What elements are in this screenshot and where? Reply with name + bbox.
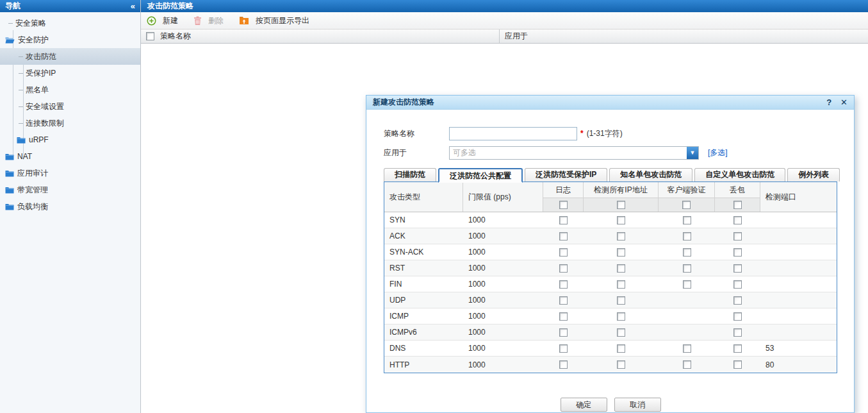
- tree-dash: [19, 90, 23, 90]
- detect-all-ip-checkbox[interactable]: [617, 344, 625, 353]
- drop-checkbox[interactable]: [733, 280, 742, 289]
- sidebar-item-security-protect[interactable]: 安全防护: [0, 31, 140, 48]
- log-header-checkbox-cell: [543, 198, 583, 212]
- client-verify-checkbox[interactable]: [683, 344, 691, 353]
- dialog-titlebar: 新建攻击防范策略 ? ✕: [366, 96, 854, 110]
- page-title-bar: 攻击防范策略: [141, 0, 868, 12]
- sidebar-item-protected-ip[interactable]: 受保护IP: [0, 65, 140, 81]
- detect-all-ip-checkbox[interactable]: [617, 248, 625, 257]
- log-cell: [543, 244, 584, 260]
- tab-custom-single-packet[interactable]: 自定义单包攻击防范: [694, 168, 785, 181]
- tab-exception-list[interactable]: 例外列表: [787, 168, 840, 181]
- detect-all-ip-cell: [584, 244, 659, 260]
- detect-all-ip-cell: [584, 228, 659, 244]
- log-checkbox[interactable]: [559, 344, 568, 353]
- attack-row-icmp: ICMP1000: [384, 308, 837, 324]
- client-verify-checkbox[interactable]: [683, 232, 691, 240]
- threshold-cell: 1000: [463, 324, 543, 340]
- sidebar-item-security-policy[interactable]: 安全策略: [0, 15, 140, 31]
- detect-all-ip-checkbox[interactable]: [617, 264, 625, 273]
- detect-all-ip-checkbox[interactable]: [617, 360, 625, 369]
- sidebar-item-nat[interactable]: NAT: [0, 148, 140, 165]
- detect-all-ip-header-checkbox[interactable]: [617, 201, 625, 209]
- select-all-checkbox[interactable]: [146, 32, 154, 40]
- detect-port-header-label: 检测端口: [766, 192, 796, 203]
- sidebar-item-bandwidth-mgmt[interactable]: 带宽管理: [0, 181, 140, 198]
- applied-to-select[interactable]: 可多选 ▼: [449, 146, 699, 160]
- sidebar-item-security-zone[interactable]: 安全域设置: [0, 98, 140, 115]
- log-checkbox[interactable]: [559, 296, 568, 305]
- policy-name-column-header: 策略名称: [141, 30, 500, 43]
- sidebar-item-app-audit[interactable]: 应用审计: [0, 165, 140, 181]
- sidebar-item-blacklist[interactable]: 黑名单: [0, 81, 140, 98]
- log-checkbox[interactable]: [559, 216, 568, 224]
- log-checkbox[interactable]: [559, 360, 568, 369]
- ok-button[interactable]: 确定: [561, 398, 607, 412]
- tab-scan-defense[interactable]: 扫描防范: [384, 168, 436, 181]
- multi-select-link[interactable]: [多选]: [708, 148, 728, 158]
- delete-button[interactable]: 删除: [193, 15, 224, 26]
- detect-port-cell: 53: [760, 341, 837, 356]
- help-icon[interactable]: ?: [826, 97, 831, 107]
- drop-checkbox[interactable]: [733, 216, 742, 224]
- detect-all-ip-checkbox[interactable]: [617, 232, 625, 240]
- log-checkbox[interactable]: [559, 312, 568, 321]
- detect-all-ip-checkbox[interactable]: [617, 216, 625, 224]
- export-button[interactable]: 按页面显示导出: [239, 15, 309, 26]
- sidebar-item-label: 应用审计: [17, 168, 48, 179]
- threshold-cell: 1000: [463, 228, 543, 244]
- drop-checkbox[interactable]: [733, 312, 742, 321]
- sidebar-item-urpf[interactable]: uRPF: [0, 131, 140, 148]
- drop-header-checkbox[interactable]: [733, 201, 742, 209]
- sidebar-item-label: 攻击防范: [26, 51, 56, 62]
- drop-checkbox[interactable]: [733, 264, 742, 273]
- applied-to-label: 应用于: [384, 148, 449, 158]
- detect-all-ip-checkbox[interactable]: [617, 312, 625, 321]
- log-checkbox[interactable]: [559, 264, 568, 273]
- attack-type-cell: HTTP: [384, 357, 463, 373]
- detect-port-header: 检测端口: [760, 182, 837, 212]
- detect-all-ip-checkbox[interactable]: [617, 296, 625, 305]
- client-verify-checkbox[interactable]: [683, 216, 691, 224]
- sidebar-item-attack-defense[interactable]: 攻击防范: [0, 48, 140, 65]
- sidebar-item-connection-limit[interactable]: 连接数限制: [0, 115, 140, 131]
- tab-known-single-packet[interactable]: 知名单包攻击防范: [609, 168, 692, 181]
- detect-all-ip-checkbox[interactable]: [617, 328, 625, 337]
- detect-all-ip-checkbox[interactable]: [617, 280, 625, 289]
- folder-closed-icon: [5, 203, 14, 210]
- threshold-cell: 1000: [463, 212, 543, 228]
- tab-flood-protected-ip[interactable]: 泛洪防范受保护IP: [525, 168, 607, 181]
- drop-checkbox[interactable]: [733, 328, 742, 337]
- log-cell: [543, 228, 584, 244]
- detect-all-ip-cell: [584, 276, 659, 292]
- drop-checkbox[interactable]: [733, 344, 742, 353]
- detect-all-ip-header-checkbox-cell: [584, 198, 658, 212]
- client-verify-header-checkbox[interactable]: [682, 201, 691, 209]
- client-verify-checkbox[interactable]: [683, 264, 691, 273]
- cancel-button[interactable]: 取消: [614, 398, 661, 412]
- log-checkbox[interactable]: [559, 248, 568, 257]
- close-icon[interactable]: ✕: [840, 97, 848, 107]
- collapse-sidebar-icon[interactable]: «: [131, 1, 135, 11]
- new-button[interactable]: 新建: [147, 15, 178, 26]
- client-verify-checkbox[interactable]: [683, 248, 691, 257]
- client-verify-cell: [659, 244, 715, 260]
- new-policy-dialog: 新建攻击防范策略 ? ✕ 策略名称 * (1-31字符) 应用于 可多选 ▼ […: [366, 95, 855, 413]
- client-verify-checkbox[interactable]: [683, 360, 691, 369]
- detect-all-ip-cell: [584, 341, 659, 356]
- chevron-down-icon[interactable]: ▼: [687, 147, 698, 159]
- client-verify-checkbox[interactable]: [683, 280, 691, 289]
- drop-checkbox[interactable]: [733, 360, 742, 369]
- toolbar: 新建 删除 按页面显示导出: [141, 12, 868, 30]
- log-checkbox[interactable]: [559, 280, 568, 289]
- drop-checkbox[interactable]: [733, 232, 742, 240]
- log-header-checkbox[interactable]: [559, 201, 568, 209]
- policy-name-input[interactable]: [449, 127, 577, 140]
- sidebar-item-load-balance[interactable]: 负载均衡: [0, 198, 140, 215]
- tab-flood-common[interactable]: 泛洪防范公共配置: [438, 168, 523, 183]
- drop-checkbox[interactable]: [733, 296, 742, 305]
- attack-type-cell: RST: [384, 260, 463, 276]
- log-checkbox[interactable]: [559, 328, 568, 337]
- drop-checkbox[interactable]: [733, 248, 742, 257]
- log-checkbox[interactable]: [559, 232, 568, 240]
